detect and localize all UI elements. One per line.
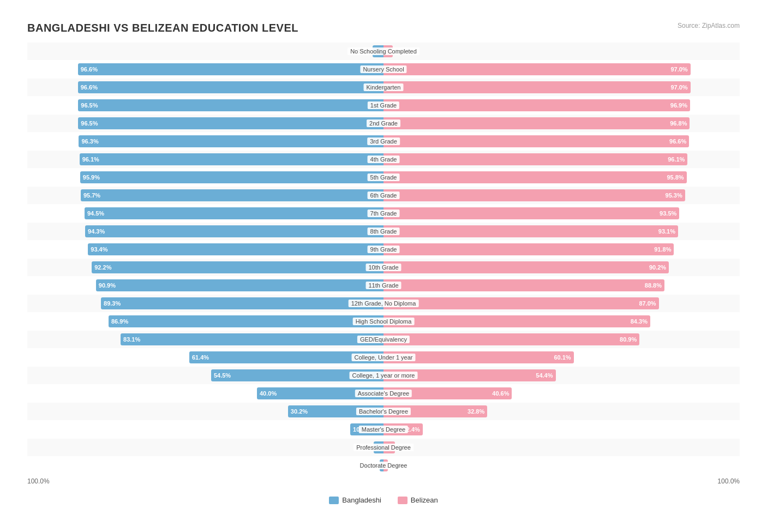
bar-label: Bachelor's Degree <box>356 408 411 415</box>
bar-label: 1st Grade <box>368 101 399 109</box>
left-section: 94.3% <box>27 224 384 239</box>
bar-blue: 96.1% <box>80 153 384 165</box>
right-section: 80.9% <box>384 332 740 347</box>
right-section: 97.0% <box>384 80 740 95</box>
bar-blue: 94.5% <box>85 207 384 219</box>
bar-label: Professional Degree <box>353 444 414 451</box>
bar-blue: 96.5% <box>78 117 384 129</box>
right-section: 96.8% <box>384 116 740 131</box>
bar-label: 10th Grade <box>365 264 401 271</box>
chart-title: BANGLADESHI VS BELIZEAN EDUCATION LEVEL <box>27 22 740 34</box>
bar-blue: 89.3% <box>101 297 384 309</box>
bar-label: 8th Grade <box>368 228 400 235</box>
bar-pink: 84.3% <box>384 315 650 327</box>
left-section: 89.3% <box>27 296 384 311</box>
left-section: 83.1% <box>27 332 384 347</box>
bar-pink: 87.0% <box>384 297 659 309</box>
bar-blue: 95.7% <box>81 189 384 201</box>
bar-label: High School Diploma <box>353 318 415 325</box>
right-section: 54.4% <box>384 368 740 383</box>
bar-pink: 93.1% <box>384 225 678 237</box>
left-section: 96.6% <box>27 80 384 95</box>
right-section: 84.3% <box>384 314 740 329</box>
legend-bangladeshi-label: Bangladeshi <box>342 496 381 504</box>
right-section: 96.9% <box>384 98 740 113</box>
right-section: 1.4% <box>384 458 740 473</box>
bar-label: No Schooling Completed <box>347 47 420 55</box>
left-section: 96.1% <box>27 152 384 167</box>
bar-row: 30.2%32.8%Bachelor's Degree <box>27 403 740 420</box>
legend-bangladeshi: Bangladeshi <box>329 496 381 504</box>
right-section: 90.2% <box>384 260 740 275</box>
bar-row: 40.0%40.6%Associate's Degree <box>27 385 740 402</box>
bar-row: 86.9%84.3%High School Diploma <box>27 313 740 330</box>
bar-label: 6th Grade <box>368 192 400 199</box>
right-section: 97.0% <box>384 62 740 77</box>
left-section: 86.9% <box>27 314 384 329</box>
bar-row: 10.5%12.4%Master's Degree <box>27 421 740 438</box>
left-section: 92.2% <box>27 260 384 275</box>
bar-row: 61.4%60.1%College, Under 1 year <box>27 349 740 366</box>
bar-row: 96.5%96.8%2nd Grade <box>27 115 740 132</box>
bar-pink: 93.5% <box>384 207 679 219</box>
bar-row: 93.4%91.8%9th Grade <box>27 241 740 258</box>
bar-pink: 96.8% <box>384 117 690 129</box>
left-section: 90.9% <box>27 278 384 293</box>
left-section: 95.7% <box>27 188 384 203</box>
left-section: 3.5% <box>27 44 384 59</box>
bar-blue: 96.3% <box>79 135 384 147</box>
bar-row: 3.5%3.0%No Schooling Completed <box>27 43 740 60</box>
bar-label: Kindergarten <box>364 83 404 91</box>
bar-pink: 96.1% <box>384 153 687 165</box>
left-section: 3.1% <box>27 440 384 455</box>
axis-left: 100.0% <box>27 477 50 485</box>
bar-blue: 90.9% <box>96 279 384 291</box>
bar-pink: 91.8% <box>384 243 674 255</box>
right-section: 87.0% <box>384 296 740 311</box>
right-section: 95.3% <box>384 188 740 203</box>
bar-pink: 96.6% <box>384 135 689 147</box>
bar-label: 3rd Grade <box>367 138 400 145</box>
legend-belizean-label: Belizean <box>411 496 438 504</box>
bar-label: 11th Grade <box>365 282 401 289</box>
left-section: 1.2% <box>27 458 384 473</box>
bar-pink: 88.8% <box>384 279 664 291</box>
bar-blue: 96.6% <box>78 81 384 93</box>
bar-blue: 95.9% <box>80 171 384 183</box>
left-section: 93.4% <box>27 242 384 257</box>
bar-label: 12th Grade, No Diploma <box>349 300 419 307</box>
left-section: 94.5% <box>27 206 384 221</box>
bar-blue: 83.1% <box>121 333 384 345</box>
bar-row: 1.2%1.4%Doctorate Degree <box>27 457 740 474</box>
bar-row: 54.5%54.4%College, 1 year or more <box>27 367 740 384</box>
legend-belizean: Belizean <box>398 496 438 504</box>
right-section: 32.8% <box>384 404 740 419</box>
bar-pink: 95.8% <box>384 171 687 183</box>
legend: Bangladeshi Belizean <box>27 496 740 504</box>
source-label: Source: ZipAtlas.com <box>678 22 740 29</box>
right-section: 60.1% <box>384 350 740 365</box>
right-section: 95.8% <box>384 170 740 185</box>
bar-row: 96.3%96.6%3rd Grade <box>27 133 740 150</box>
bar-label: College, Under 1 year <box>351 354 415 361</box>
bar-label: 9th Grade <box>368 246 400 253</box>
bar-label: 2nd Grade <box>367 119 400 127</box>
bar-row: 89.3%87.0%12th Grade, No Diploma <box>27 295 740 312</box>
bar-label: Doctorate Degree <box>357 462 410 469</box>
right-section: 93.5% <box>384 206 740 221</box>
bar-blue: 93.4% <box>88 243 384 255</box>
right-section: 3.0% <box>384 44 740 59</box>
axis-labels: 100.0% 100.0% <box>27 475 740 488</box>
bar-blue: 94.3% <box>85 225 384 237</box>
bar-label: 7th Grade <box>368 210 400 217</box>
chart-container: BANGLADESHI VS BELIZEAN EDUCATION LEVEL … <box>11 11 756 515</box>
left-section: 96.5% <box>27 98 384 113</box>
bar-row: 90.9%88.8%11th Grade <box>27 277 740 294</box>
left-section: 30.2% <box>27 404 384 419</box>
left-section: 96.5% <box>27 116 384 131</box>
bar-label: 4th Grade <box>368 156 400 163</box>
right-section: 3.6% <box>384 440 740 455</box>
chart-area: 3.5%3.0%No Schooling Completed96.6%97.0%… <box>27 43 740 474</box>
bar-row: 94.5%93.5%7th Grade <box>27 205 740 222</box>
bar-pink: 80.9% <box>384 333 639 345</box>
